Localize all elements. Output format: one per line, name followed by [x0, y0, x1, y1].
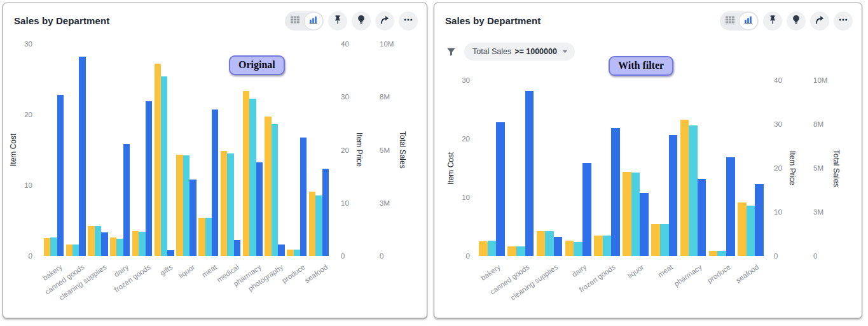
item-cost-bar	[243, 91, 249, 256]
total-sales-bar	[698, 179, 706, 256]
item-cost-bar	[651, 224, 660, 256]
total-sales-bar	[212, 110, 218, 256]
pin-icon	[768, 15, 778, 27]
total-sales-bar	[640, 193, 649, 256]
item-cost-bar	[537, 231, 546, 256]
tick-label: 0	[341, 252, 345, 260]
panel-toolbar	[285, 11, 418, 31]
item-price-bar	[50, 237, 57, 256]
panel-toolbar	[720, 11, 853, 31]
share-arrow-icon	[380, 15, 390, 27]
x-axis-label: dairy	[113, 263, 130, 278]
tick-label: 10M	[813, 76, 827, 84]
chart-panel-original: Sales by Department	[3, 3, 427, 318]
item-price-bar	[139, 232, 145, 256]
view-toggle-group	[720, 11, 759, 31]
item-cost-bar	[44, 238, 50, 256]
x-axis-label: bakery	[479, 263, 502, 282]
tick-label: 10	[444, 194, 470, 201]
tick-label: 40	[774, 76, 782, 84]
chart-panel-filtered: Sales by Department	[434, 3, 862, 318]
ellipsis-icon	[403, 15, 413, 27]
total-sales-bar	[189, 180, 196, 256]
item-price-bar	[161, 76, 167, 256]
tick-label: 20	[444, 135, 470, 143]
item-cost-bar	[132, 231, 139, 256]
item-cost-bar	[287, 250, 293, 256]
total-sales-bar	[582, 163, 591, 256]
share-button[interactable]	[375, 11, 394, 31]
item-cost-bar	[309, 192, 315, 256]
total-sales-bar	[755, 184, 764, 256]
insights-button[interactable]	[352, 11, 371, 31]
filter-funnel-icon	[446, 47, 456, 57]
item-price-bar	[689, 125, 698, 256]
item-price-bar	[603, 236, 612, 256]
panel-title: Sales by Department	[14, 15, 109, 26]
panel-title: Sales by Department	[445, 15, 541, 26]
tick-label: 40	[341, 40, 349, 48]
item-price-bar	[747, 206, 755, 256]
total-sales-bar	[300, 138, 307, 256]
total-sales-bar	[611, 128, 620, 256]
chart-view-button[interactable]	[740, 13, 757, 29]
lightbulb-icon	[356, 15, 366, 27]
tick-label: 20	[774, 164, 782, 172]
panel-header: Sales by Department	[3, 3, 427, 32]
tick-label: 5M	[380, 146, 390, 154]
tick-label: 5M	[813, 164, 823, 172]
item-price-bar	[574, 242, 582, 256]
item-cost-bar	[221, 151, 227, 256]
chart-view-button[interactable]	[305, 13, 322, 29]
tick-label: 30	[7, 40, 32, 48]
total-sales-bar	[322, 169, 329, 256]
item-price-bar	[294, 250, 300, 256]
caret-down-icon	[562, 50, 568, 53]
item-price-bar	[183, 155, 189, 256]
tick-label: 30	[444, 76, 470, 84]
total-sales-bar	[554, 237, 563, 256]
more-button[interactable]	[399, 11, 418, 31]
ellipsis-icon	[838, 15, 848, 27]
x-axis-label: gifts	[159, 263, 174, 277]
filter-chip[interactable]: Total Sales>= 1000000	[464, 43, 575, 60]
item-price-bar	[227, 153, 233, 256]
table-icon	[290, 15, 300, 27]
total-sales-bar	[726, 157, 735, 256]
more-button[interactable]	[834, 11, 853, 31]
total-sales-bar	[669, 135, 678, 256]
share-button[interactable]	[810, 11, 829, 31]
item-cost-bar	[623, 172, 631, 256]
axis-title-item-cost: Item Cost	[446, 80, 456, 256]
filter-field: Total Sales	[472, 47, 511, 56]
item-cost-bar	[198, 218, 205, 256]
item-price-bar	[516, 246, 525, 256]
total-sales-bar	[101, 232, 107, 256]
x-axis-label: liquor	[626, 263, 645, 280]
item-price-bar	[72, 244, 79, 256]
table-view-button[interactable]	[721, 13, 739, 29]
tick-label: 3M	[380, 199, 390, 207]
tick-label: 10	[341, 199, 349, 207]
item-cost-bar	[265, 117, 271, 256]
total-sales-bar	[57, 95, 64, 256]
pin-button[interactable]	[763, 11, 782, 31]
item-cost-bar	[110, 237, 116, 256]
tick-label: 10	[7, 181, 32, 189]
tick-label: 8M	[813, 120, 823, 128]
x-axis-label: seafood	[303, 263, 329, 284]
item-cost-bar	[594, 236, 603, 256]
x-axis-label: pharmacy	[672, 263, 703, 288]
x-axis-label: dairy	[570, 263, 588, 278]
insights-button[interactable]	[787, 11, 806, 31]
item-cost-bar	[507, 246, 516, 256]
total-sales-bar	[167, 250, 174, 256]
item-cost-bar	[155, 64, 161, 256]
total-sales-bar	[146, 101, 152, 256]
total-sales-bar	[525, 91, 534, 256]
pin-button[interactable]	[328, 11, 347, 31]
item-price-bar	[660, 224, 669, 256]
table-view-button[interactable]	[286, 13, 304, 29]
filter-condition: >= 1000000	[514, 47, 557, 56]
total-sales-bar	[256, 162, 263, 256]
